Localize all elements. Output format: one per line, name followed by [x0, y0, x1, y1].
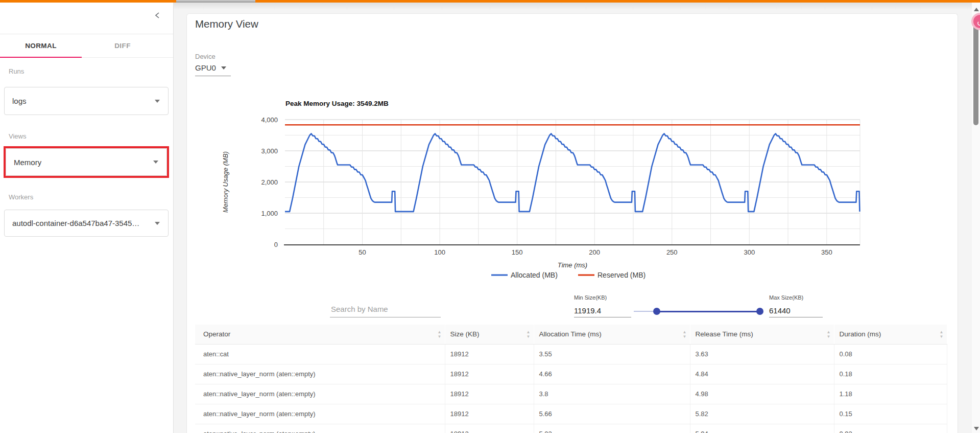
table-cell: 5.02	[534, 424, 690, 433]
svg-text:0: 0	[274, 241, 278, 248]
views-select-value: Memory	[6, 158, 41, 167]
chevron-down-icon	[155, 100, 160, 103]
table-cell: 1.18	[834, 384, 947, 404]
table-cell: aten::native_layer_norm (aten::empty)	[195, 404, 445, 424]
sort-icon: ▲▼	[940, 330, 944, 339]
size-range-slider[interactable]	[634, 308, 761, 315]
table-cell: 4.98	[690, 384, 834, 404]
table-cell: 18912	[445, 384, 534, 404]
chevron-left-icon	[154, 12, 160, 19]
memory-usage-chart: 01,0002,0003,0004,0005010015020025030035…	[187, 80, 959, 285]
table-row: aten::native_layer_norm (aten::empty)189…	[195, 424, 947, 433]
slider-min-thumb[interactable]	[653, 308, 660, 315]
workers-select-value: autodl-container-d6a547ba47-3545…	[5, 219, 139, 227]
slider-max-thumb[interactable]	[756, 308, 763, 315]
column-header[interactable]: Size (KB) ▲▼	[445, 325, 534, 344]
table-cell: aten::native_layer_norm (aten::empty)	[195, 364, 445, 384]
collapse-sidebar-button[interactable]	[150, 9, 164, 23]
table-cell: aten::cat	[195, 344, 445, 364]
page-title: Memory View	[195, 18, 258, 30]
tab-bar: NORMAL DIFF	[0, 34, 173, 58]
svg-text:1,000: 1,000	[261, 210, 278, 217]
sort-icon: ▲▼	[438, 330, 442, 339]
svg-text:4,000: 4,000	[261, 116, 278, 124]
table-cell: 5.82	[690, 404, 834, 424]
table-cell: 0.18	[834, 364, 947, 384]
sort-icon: ▲▼	[827, 330, 831, 339]
table-cell: 0.15	[834, 404, 947, 424]
top-orange-bar	[0, 0, 980, 3]
scroll-up-arrow-icon[interactable]	[974, 8, 979, 11]
workers-select[interactable]: autodl-container-d6a547ba47-3545…	[4, 210, 169, 237]
table-row: aten::native_layer_norm (aten::empty)189…	[195, 404, 947, 424]
table-cell: 4.66	[534, 364, 690, 384]
views-highlight-box: Memory	[4, 146, 169, 178]
views-select[interactable]: Memory	[6, 148, 167, 176]
table-cell: 18912	[445, 344, 534, 364]
table-cell: 0.92	[834, 424, 947, 433]
table-cell: 18912	[445, 404, 534, 424]
vertical-scrollbar	[972, 3, 980, 433]
scroll-down-arrow-icon[interactable]	[974, 427, 979, 430]
svg-text:Time (ms): Time (ms)	[558, 261, 587, 269]
svg-text:100: 100	[434, 248, 445, 256]
table-cell: 18912	[445, 424, 534, 433]
svg-text:Allocated (MB): Allocated (MB)	[511, 271, 558, 279]
column-header[interactable]: Release Time (ms) ▲▼	[690, 325, 834, 344]
svg-text:150: 150	[512, 248, 523, 256]
column-header-label: Duration (ms)	[840, 330, 881, 338]
column-header[interactable]: Allocation Time (ms) ▲▼	[534, 325, 690, 344]
max-size-field: Max Size(KB)	[769, 294, 823, 317]
table-cell: 18912	[445, 364, 534, 384]
table-cell: 5.94	[690, 424, 834, 433]
table-cell: aten::native_layer_norm (aten::empty)	[195, 384, 445, 404]
column-header-label: Release Time (ms)	[696, 330, 753, 338]
tab-normal[interactable]: NORMAL	[0, 34, 82, 57]
assistant-icon: ↺	[977, 19, 980, 28]
sort-icon: ▲▼	[527, 330, 531, 339]
device-select[interactable]: GPU0	[195, 63, 231, 76]
table-cell: 3.55	[534, 344, 690, 364]
chevron-down-icon	[153, 161, 158, 164]
svg-text:250: 250	[666, 248, 678, 256]
max-size-label: Max Size(KB)	[769, 294, 823, 301]
runs-select-value: logs	[5, 97, 27, 105]
svg-text:300: 300	[744, 248, 755, 256]
min-size-input[interactable]	[574, 304, 631, 317]
runs-label: Runs	[9, 67, 24, 75]
svg-text:350: 350	[821, 248, 832, 256]
svg-text:2,000: 2,000	[261, 178, 278, 186]
column-header-label: Operator	[203, 330, 230, 338]
svg-text:50: 50	[358, 248, 366, 256]
tab-diff[interactable]: DIFF	[82, 34, 163, 57]
workers-label: Workers	[9, 193, 33, 201]
runs-select[interactable]: logs	[4, 87, 169, 115]
search-input[interactable]	[330, 301, 441, 317]
memory-view-card: Memory View Device GPU0 01,0002,0003,000…	[186, 13, 958, 433]
table-cell: 4.84	[690, 364, 834, 384]
vertical-scrollbar-thumb[interactable]	[973, 15, 978, 125]
svg-text:Peak Memory Usage: 3549.2MB: Peak Memory Usage: 3549.2MB	[285, 100, 389, 107]
table-cell: 5.66	[534, 404, 690, 424]
svg-text:Memory Usage (MB): Memory Usage (MB)	[222, 151, 229, 213]
table-row: aten::native_layer_norm (aten::empty)189…	[195, 364, 947, 384]
device-label: Device	[195, 53, 216, 60]
column-header[interactable]: Operator ▲▼	[195, 325, 445, 344]
device-select-value: GPU0	[195, 63, 216, 72]
max-size-input[interactable]	[769, 304, 823, 317]
svg-text:3,000: 3,000	[261, 147, 278, 155]
min-size-label: Min Size(KB)	[574, 294, 631, 301]
column-header[interactable]: Duration (ms) ▲▼	[834, 325, 947, 344]
sort-icon: ▲▼	[683, 330, 687, 339]
column-header-label: Allocation Time (ms)	[539, 330, 602, 338]
chevron-down-icon	[221, 66, 226, 70]
operator-table: Operator ▲▼Size (KB) ▲▼Allocation Time (…	[195, 325, 947, 433]
table-row: aten::native_layer_norm (aten::empty)189…	[195, 384, 947, 404]
svg-text:Reserved (MB): Reserved (MB)	[597, 271, 646, 279]
table-cell: 3.8	[534, 384, 690, 404]
table-cell: 0.08	[834, 344, 947, 364]
horizontal-scrollbar-thumb[interactable]	[176, 0, 255, 3]
min-size-field: Min Size(KB)	[574, 294, 631, 317]
views-label: Views	[9, 132, 26, 140]
table-row: aten::cat189123.553.630.08	[195, 344, 947, 364]
